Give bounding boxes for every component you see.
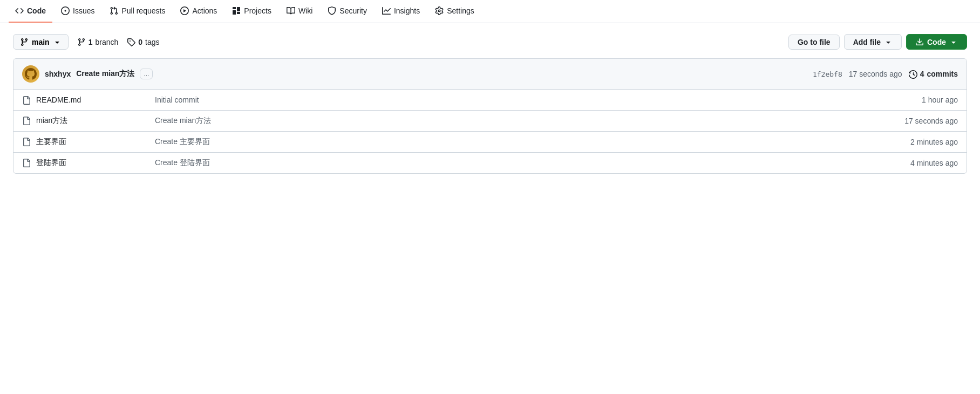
table-row: mian方法 Create mian方法 17 seconds ago: [13, 111, 967, 132]
add-file-button[interactable]: Add file: [844, 34, 902, 50]
branches-link[interactable]: 1 branch: [77, 37, 119, 46]
table-row: 登陆界面 Create 登陆界面 4 minutes ago: [13, 153, 967, 173]
security-icon: [328, 6, 336, 15]
file-time-0: 1 hour ago: [882, 96, 958, 104]
branch-icon: [20, 37, 29, 46]
branch-dropdown-icon: [53, 37, 62, 46]
table-row: 主要界面 Create 主要界面 2 minutes ago: [13, 132, 967, 153]
code-button[interactable]: Code: [906, 34, 967, 50]
file-name-1[interactable]: mian方法: [36, 116, 155, 126]
commit-author: shxhyx: [45, 70, 71, 78]
tab-code-label: Code: [27, 6, 46, 15]
file-time-3: 4 minutes ago: [882, 159, 958, 167]
tab-wiki-label: Wiki: [298, 6, 312, 15]
branch-bar: main 1 branch: [13, 34, 967, 50]
tab-pull-requests-label: Pull requests: [121, 6, 165, 15]
main-content: main 1 branch: [0, 23, 980, 185]
tab-insights-label: Insights: [394, 6, 420, 15]
file-commit-msg-0: Initial commit: [155, 96, 882, 104]
nav-tabs: Code Issues Pull requests Actions: [0, 0, 980, 23]
commit-ellipsis-button[interactable]: ...: [140, 69, 153, 79]
tab-security-label: Security: [339, 6, 367, 15]
current-branch-name: main: [32, 38, 50, 46]
tab-actions[interactable]: Actions: [174, 0, 223, 23]
table-row: README.md Initial commit 1 hour ago: [13, 90, 967, 110]
file-commit-msg-2: Create 主要界面: [155, 137, 882, 147]
file-commit-msg-3: Create 登陆界面: [155, 158, 882, 168]
projects-icon: [232, 6, 241, 15]
tab-code[interactable]: Code: [9, 0, 52, 23]
tab-projects[interactable]: Projects: [226, 0, 278, 23]
branch-bar-right: Go to file Add file Code: [788, 34, 967, 50]
history-icon: [909, 70, 917, 79]
tab-actions-label: Actions: [192, 6, 217, 15]
tab-wiki[interactable]: Wiki: [280, 0, 319, 23]
go-to-file-button[interactable]: Go to file: [788, 35, 840, 50]
file-icon-1: [22, 116, 31, 125]
commits-label: commits: [927, 70, 958, 78]
tab-issues-label: Issues: [73, 6, 94, 15]
download-icon: [915, 37, 924, 46]
branches-icon: [77, 37, 86, 46]
branch-bar-left: main 1 branch: [13, 34, 160, 50]
file-name-3[interactable]: 登陆界面: [36, 158, 155, 168]
tab-insights[interactable]: Insights: [376, 0, 426, 23]
file-name-2[interactable]: 主要界面: [36, 137, 155, 147]
file-time-2: 2 minutes ago: [882, 138, 958, 146]
commit-header: shxhyx Create mian方法 ... 1f2ebf8 17 seco…: [13, 59, 967, 90]
file-icon-0: [22, 95, 31, 104]
settings-icon: [435, 6, 444, 15]
tag-label: tags: [145, 38, 159, 46]
avatar: [22, 65, 39, 83]
tab-settings-label: Settings: [447, 6, 474, 15]
pull-requests-icon: [110, 6, 118, 15]
tab-security[interactable]: Security: [321, 0, 373, 23]
commit-time: 17 seconds ago: [849, 70, 902, 78]
branch-label: branch: [95, 38, 118, 46]
tag-icon: [127, 37, 135, 46]
branch-selector-button[interactable]: main: [13, 34, 69, 50]
file-time-1: 17 seconds ago: [882, 117, 958, 125]
code-icon: [15, 6, 24, 15]
tags-link[interactable]: 0 tags: [127, 37, 159, 46]
code-btn-label: Code: [927, 38, 946, 46]
tab-issues[interactable]: Issues: [55, 0, 101, 23]
commit-header-left: shxhyx Create mian方法 ...: [22, 65, 153, 83]
tag-count: 0: [138, 38, 142, 46]
file-icon-2: [22, 137, 31, 146]
file-commit-msg-1: Create mian方法: [155, 116, 882, 126]
commit-message-text: Create mian方法: [76, 69, 134, 79]
commit-hash: 1f2ebf8: [813, 70, 842, 78]
tab-pull-requests[interactable]: Pull requests: [103, 0, 172, 23]
file-table: shxhyx Create mian方法 ... 1f2ebf8 17 seco…: [13, 58, 967, 173]
wiki-icon: [287, 6, 295, 15]
insights-icon: [382, 6, 391, 15]
tab-projects-label: Projects: [244, 6, 271, 15]
issues-icon: [61, 6, 70, 15]
add-file-chevron-icon: [884, 37, 893, 46]
actions-icon: [180, 6, 189, 15]
branch-count: 1: [89, 38, 93, 46]
file-name-0[interactable]: README.md: [36, 96, 155, 104]
file-icon-3: [22, 158, 31, 167]
tab-settings[interactable]: Settings: [428, 0, 481, 23]
commits-count-link[interactable]: 4 commits: [909, 70, 958, 79]
commits-number: 4: [920, 70, 924, 78]
commit-header-right: 1f2ebf8 17 seconds ago 4 commits: [813, 70, 958, 79]
code-btn-chevron-icon: [949, 37, 958, 46]
